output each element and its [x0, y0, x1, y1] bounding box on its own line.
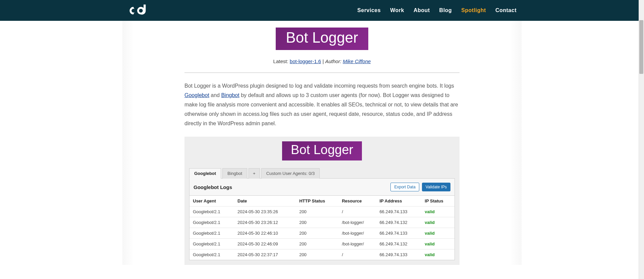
hero-title-badge: Bot Logger: [276, 28, 368, 50]
googlebot-link[interactable]: Googlebot: [184, 92, 209, 98]
panel-badge: Bot Logger: [282, 141, 362, 160]
cell-date: 2024-05-30 23:26:12: [234, 217, 296, 228]
cell-status: 200: [296, 239, 338, 249]
description-paragraph: Bot Logger is a WordPress plugin designe…: [184, 81, 460, 128]
cell-date: 2024-05-30 23:35:26: [234, 206, 296, 217]
validate-ips-button[interactable]: Validate IPs: [422, 183, 450, 191]
cell-user-agent: Googlebot/2.1: [190, 239, 234, 249]
table-row: Googlebot/2.12024-05-30 22:46:09200/bot-…: [190, 239, 454, 249]
log-card: Googlebot Logs Export Data Validate IPs …: [189, 179, 455, 260]
nav-link-contact[interactable]: Contact: [495, 7, 517, 13]
cell-date: 2024-05-30 22:37:17: [234, 249, 296, 260]
cell-resource: /bot-logger/: [338, 217, 376, 228]
cell-user-agent: Googlebot/2.1: [190, 249, 234, 260]
scrollbar-thumb[interactable]: [639, 20, 643, 74]
desc-text-1: Bot Logger is a WordPress plugin designe…: [184, 83, 454, 89]
cell-resource: /: [338, 206, 376, 217]
latest-label: Latest:: [273, 58, 288, 64]
nav-link-services[interactable]: Services: [357, 7, 381, 13]
author-label: Author:: [325, 58, 343, 64]
cell-ip: 66.249.74.133: [376, 206, 421, 217]
cell-ip: 66.249.74.132: [376, 239, 421, 249]
tab-googlebot[interactable]: Googlebot: [189, 168, 221, 179]
cell-ip: 66.249.74.132: [376, 217, 421, 228]
cell-ip-status: valid: [421, 206, 454, 217]
top-navigation: ServicesWorkAboutBlogSpotlightContact: [0, 0, 644, 21]
cell-ip: 66.249.74.133: [376, 228, 421, 239]
card-title: Googlebot Logs: [194, 184, 232, 190]
site-logo[interactable]: [127, 3, 149, 17]
nav-link-blog[interactable]: Blog: [439, 7, 452, 13]
cell-resource: /bot-logger/: [338, 239, 376, 249]
cell-ip-status: valid: [421, 228, 454, 239]
cell-status: 200: [296, 228, 338, 239]
cell-status: 200: [296, 249, 338, 260]
log-table: User AgentDateHTTP StatusResourceIP Addr…: [190, 195, 454, 260]
cell-ip-status: valid: [421, 239, 454, 249]
screenshot-panel: Bot Logger GooglebotBingbot+Custom User …: [184, 137, 460, 265]
author-link[interactable]: Mike Ciffone: [343, 58, 371, 64]
cell-ip: 66.249.74.133: [376, 249, 421, 260]
cell-resource: /: [338, 249, 376, 260]
cell-user-agent: Googlebot/2.1: [190, 217, 234, 228]
nav-link-about[interactable]: About: [414, 7, 430, 13]
bingbot-link[interactable]: Bingbot: [221, 92, 239, 98]
nav-link-work[interactable]: Work: [390, 7, 404, 13]
table-row: Googlebot/2.12024-05-30 22:37:17200/66.2…: [190, 249, 454, 260]
desc-text-2: and: [209, 92, 221, 98]
table-row: Googlebot/2.12024-05-30 23:26:12200/bot-…: [190, 217, 454, 228]
tab-bingbot[interactable]: Bingbot: [222, 168, 247, 179]
tab-custom-user-agents-0-3[interactable]: Custom User Agents: 0/3: [261, 168, 320, 179]
cell-resource: /bot-logger/: [338, 228, 376, 239]
cell-status: 200: [296, 206, 338, 217]
cell-user-agent: Googlebot/2.1: [190, 206, 234, 217]
cell-date: 2024-05-30 22:46:09: [234, 239, 296, 249]
tab-add[interactable]: +: [249, 168, 260, 179]
nav-link-spotlight[interactable]: Spotlight: [461, 7, 486, 13]
col-resource: Resource: [338, 196, 376, 206]
latest-version-link[interactable]: bot-logger-1.6: [290, 58, 321, 64]
cell-status: 200: [296, 217, 338, 228]
tab-row: GooglebotBingbot+Custom User Agents: 0/3: [189, 168, 455, 179]
col-user-agent: User Agent: [190, 196, 234, 206]
export-data-button[interactable]: Export Data: [390, 183, 419, 191]
nav-links: ServicesWorkAboutBlogSpotlightContact: [357, 7, 517, 13]
col-date: Date: [234, 196, 296, 206]
col-ip-address: IP Address: [376, 196, 421, 206]
cell-date: 2024-05-30 22:46:10: [234, 228, 296, 239]
cell-ip-status: valid: [421, 249, 454, 260]
section-divider: [184, 73, 460, 73]
table-row: Googlebot/2.12024-05-30 22:46:10200/bot-…: [190, 228, 454, 239]
cell-user-agent: Googlebot/2.1: [190, 228, 234, 239]
meta-line: Latest: bot-logger-1.6 | Author: Mike Ci…: [184, 58, 460, 64]
col-ip-status: IP Status: [421, 196, 454, 206]
cell-ip-status: valid: [421, 217, 454, 228]
table-row: Googlebot/2.12024-05-30 23:35:26200/66.2…: [190, 206, 454, 217]
col-http-status: HTTP Status: [296, 196, 338, 206]
scrollbar-track[interactable]: [639, 0, 644, 265]
